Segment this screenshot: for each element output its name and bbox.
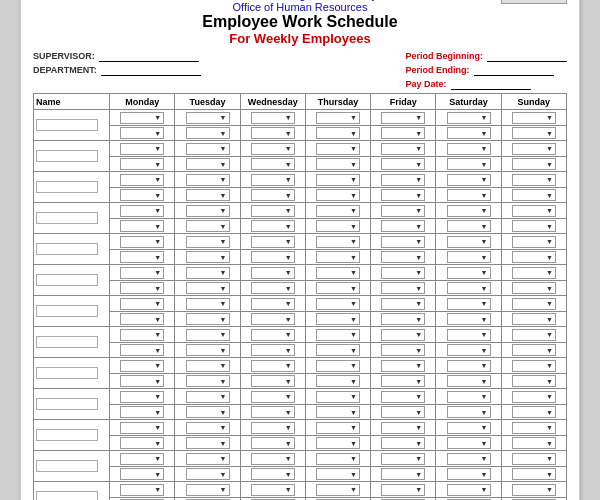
shift-dropdown[interactable]: ▼ — [436, 482, 501, 498]
dropdown-select[interactable]: ▼ — [251, 437, 295, 449]
hours-dropdown[interactable]: ▼ — [110, 405, 175, 420]
shift-dropdown[interactable]: ▼ — [371, 327, 436, 343]
hours-dropdown[interactable]: ▼ — [110, 250, 175, 265]
hours-dropdown[interactable]: ▼ — [305, 374, 370, 389]
dropdown-select[interactable]: ▼ — [512, 313, 556, 325]
dropdown-select[interactable]: ▼ — [381, 391, 425, 403]
dropdown-select[interactable]: ▼ — [120, 282, 164, 294]
dropdown-select[interactable]: ▼ — [251, 484, 295, 496]
shift-dropdown[interactable]: ▼ — [175, 482, 240, 498]
shift-dropdown[interactable]: ▼ — [305, 482, 370, 498]
shift-dropdown[interactable]: ▼ — [436, 265, 501, 281]
dropdown-select[interactable]: ▼ — [120, 437, 164, 449]
hours-dropdown[interactable]: ▼ — [501, 250, 566, 265]
hours-dropdown[interactable]: ▼ — [501, 343, 566, 358]
shift-dropdown[interactable]: ▼ — [175, 172, 240, 188]
hours-dropdown[interactable]: ▼ — [240, 312, 305, 327]
dropdown-select[interactable]: ▼ — [251, 453, 295, 465]
dropdown-select[interactable]: ▼ — [251, 282, 295, 294]
shift-dropdown[interactable]: ▼ — [371, 203, 436, 219]
dropdown-select[interactable]: ▼ — [512, 298, 556, 310]
dropdown-select[interactable]: ▼ — [447, 112, 491, 124]
hours-dropdown[interactable]: ▼ — [436, 374, 501, 389]
hours-dropdown[interactable]: ▼ — [240, 188, 305, 203]
dropdown-select[interactable]: ▼ — [120, 127, 164, 139]
dropdown-select[interactable]: ▼ — [251, 220, 295, 232]
dropdown-select[interactable]: ▼ — [447, 127, 491, 139]
dropdown-select[interactable]: ▼ — [381, 375, 425, 387]
hours-dropdown[interactable]: ▼ — [436, 436, 501, 451]
dropdown-select[interactable]: ▼ — [316, 127, 360, 139]
dropdown-select[interactable]: ▼ — [120, 360, 164, 372]
dropdown-select[interactable]: ▼ — [381, 313, 425, 325]
shift-dropdown[interactable]: ▼ — [110, 172, 175, 188]
shift-dropdown[interactable]: ▼ — [501, 141, 566, 157]
dropdown-select[interactable]: ▼ — [251, 267, 295, 279]
hours-dropdown[interactable]: ▼ — [110, 157, 175, 172]
hours-dropdown[interactable]: ▼ — [501, 436, 566, 451]
hours-dropdown[interactable]: ▼ — [175, 436, 240, 451]
dropdown-select[interactable]: ▼ — [316, 344, 360, 356]
shift-dropdown[interactable]: ▼ — [240, 482, 305, 498]
name-input[interactable] — [36, 212, 98, 224]
dropdown-select[interactable]: ▼ — [316, 220, 360, 232]
hours-dropdown[interactable]: ▼ — [240, 126, 305, 141]
dropdown-select[interactable]: ▼ — [512, 329, 556, 341]
hours-dropdown[interactable]: ▼ — [436, 343, 501, 358]
dropdown-select[interactable]: ▼ — [251, 143, 295, 155]
dropdown-select[interactable]: ▼ — [120, 267, 164, 279]
shift-dropdown[interactable]: ▼ — [436, 141, 501, 157]
hours-dropdown[interactable]: ▼ — [501, 219, 566, 234]
hours-dropdown[interactable]: ▼ — [305, 343, 370, 358]
dropdown-select[interactable]: ▼ — [251, 127, 295, 139]
dropdown-select[interactable]: ▼ — [316, 112, 360, 124]
dropdown-select[interactable]: ▼ — [251, 112, 295, 124]
dropdown-select[interactable]: ▼ — [447, 437, 491, 449]
shift-dropdown[interactable]: ▼ — [305, 327, 370, 343]
shift-dropdown[interactable]: ▼ — [305, 420, 370, 436]
dropdown-select[interactable]: ▼ — [186, 453, 230, 465]
dropdown-select[interactable]: ▼ — [186, 344, 230, 356]
dropdown-select[interactable]: ▼ — [447, 251, 491, 263]
shift-dropdown[interactable]: ▼ — [501, 234, 566, 250]
dropdown-select[interactable]: ▼ — [512, 251, 556, 263]
hours-dropdown[interactable]: ▼ — [305, 188, 370, 203]
dropdown-select[interactable]: ▼ — [186, 468, 230, 480]
dropdown-select[interactable]: ▼ — [120, 174, 164, 186]
name-input[interactable] — [36, 429, 98, 441]
hours-dropdown[interactable]: ▼ — [371, 405, 436, 420]
dropdown-select[interactable]: ▼ — [447, 267, 491, 279]
hours-dropdown[interactable]: ▼ — [305, 467, 370, 482]
dropdown-select[interactable]: ▼ — [120, 391, 164, 403]
shift-dropdown[interactable]: ▼ — [240, 327, 305, 343]
hours-dropdown[interactable]: ▼ — [175, 467, 240, 482]
hours-dropdown[interactable]: ▼ — [110, 188, 175, 203]
hours-dropdown[interactable]: ▼ — [305, 250, 370, 265]
hours-dropdown[interactable]: ▼ — [175, 281, 240, 296]
hours-dropdown[interactable]: ▼ — [175, 374, 240, 389]
shift-dropdown[interactable]: ▼ — [501, 265, 566, 281]
shift-dropdown[interactable]: ▼ — [371, 451, 436, 467]
dropdown-select[interactable]: ▼ — [512, 453, 556, 465]
dropdown-select[interactable]: ▼ — [251, 360, 295, 372]
hours-dropdown[interactable]: ▼ — [501, 188, 566, 203]
dropdown-select[interactable]: ▼ — [381, 267, 425, 279]
dropdown-select[interactable]: ▼ — [186, 174, 230, 186]
dropdown-select[interactable]: ▼ — [316, 267, 360, 279]
dropdown-select[interactable]: ▼ — [120, 189, 164, 201]
hours-dropdown[interactable]: ▼ — [175, 157, 240, 172]
dropdown-select[interactable]: ▼ — [316, 298, 360, 310]
dropdown-select[interactable]: ▼ — [447, 360, 491, 372]
dropdown-select[interactable]: ▼ — [186, 422, 230, 434]
dropdown-select[interactable]: ▼ — [447, 143, 491, 155]
shift-dropdown[interactable]: ▼ — [175, 141, 240, 157]
name-input[interactable] — [36, 150, 98, 162]
dropdown-select[interactable]: ▼ — [120, 251, 164, 263]
dropdown-select[interactable]: ▼ — [381, 189, 425, 201]
dropdown-select[interactable]: ▼ — [381, 329, 425, 341]
shift-dropdown[interactable]: ▼ — [371, 265, 436, 281]
dropdown-select[interactable]: ▼ — [316, 282, 360, 294]
name-input[interactable] — [36, 119, 98, 131]
dropdown-select[interactable]: ▼ — [512, 468, 556, 480]
name-input[interactable] — [36, 181, 98, 193]
